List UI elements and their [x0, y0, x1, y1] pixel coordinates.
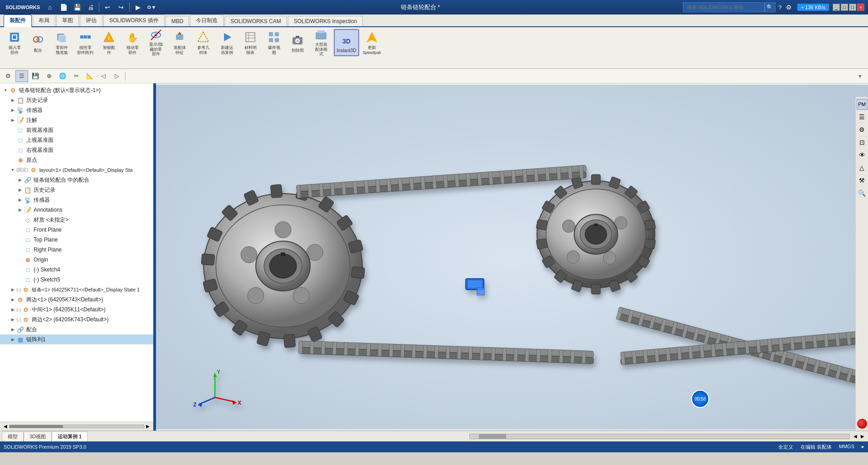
tree-expand-pattern1[interactable]: ▶ [9, 336, 16, 343]
add-ref-btn[interactable]: ⊕ [43, 70, 55, 82]
tree-expand-sensor2[interactable]: ▶ [16, 196, 24, 203]
tab-inspection[interactable]: SOLIDWORKS Inspection [288, 16, 363, 26]
tree-side1[interactable]: ▶ ⚙ 两边<1> (64205K743<Default>) [0, 295, 153, 305]
linear-pattern-button[interactable]: 线性零部件阵列 [74, 29, 96, 56]
config-manager-btn[interactable]: ⚙ [857, 124, 868, 135]
tree-right-plane[interactable]: ▶ □ 右视基准面 [0, 145, 153, 155]
tree-expand-chain-mate[interactable]: ▶ [16, 176, 24, 184]
tree-layout[interactable]: ▼ (固定) ⚙ layout<1> (Default<<Default>_Di… [0, 165, 153, 175]
tree-sketch5[interactable]: ▶ □ (-) Sketch5 [0, 275, 153, 285]
tree-right-plane2[interactable]: ▶ □ Right Plane [0, 245, 153, 255]
tree-expand-top-plane[interactable]: ▶ [9, 136, 16, 144]
maximize-button[interactable]: □ [849, 4, 856, 11]
tree-expand-sensor[interactable]: ▶ [9, 107, 16, 114]
hide-show-button[interactable]: 显示/隐藏的零部件 [145, 29, 167, 56]
tree-expand-chain1[interactable]: ▶ [9, 286, 16, 293]
minimize-button[interactable]: _ [833, 4, 840, 11]
filter-icon[interactable]: ▼ [854, 73, 866, 80]
tab-3dview[interactable]: 3D视图 [24, 431, 52, 441]
bottom-scrollbar[interactable] [469, 434, 850, 439]
tab-manufacturing[interactable]: 今日制造 [190, 15, 224, 26]
color-ball-btn[interactable] [857, 419, 867, 429]
tab-assembly[interactable]: 装配件 [4, 15, 32, 27]
insert-part-button[interactable]: 插入零部件 [4, 29, 25, 56]
tab-model[interactable]: 模型 [2, 431, 24, 441]
tree-expand-middle1[interactable]: ▶ [9, 306, 16, 313]
snapshot-button[interactable]: 拍快照 [287, 29, 308, 56]
bom-button[interactable]: 材料明细表 [239, 29, 261, 56]
tree-side2[interactable]: ▶ (-) ⚙ 两边<2> (64205K743<Default>) [0, 315, 153, 325]
move-component-button[interactable]: ✋ 移动零部件 [122, 29, 143, 56]
tree-expand-root[interactable]: ▼ [2, 87, 9, 94]
left-panel-toggle[interactable]: ⚙ [2, 70, 15, 82]
tree-history2[interactable]: ▶ 📋 历史记录 [0, 185, 153, 195]
explode-button[interactable]: 爆炸视图 [263, 29, 285, 56]
play-button[interactable]: ▶ [132, 1, 144, 13]
tab-sketch[interactable]: 草图 [56, 15, 79, 26]
save-button[interactable]: 💾 [71, 1, 83, 13]
tree-origin2[interactable]: ▶ ⊕ Origin [0, 255, 153, 265]
tree-root[interactable]: ▼ ⚙ 链条链轮配合 (默认<显示状态-1>) [0, 85, 153, 95]
speedpak-button[interactable]: 更新Speedpak [361, 29, 383, 56]
tree-top-plane2[interactable]: ▶ □ Top Plane [0, 235, 153, 245]
tree-expand-sketch5[interactable]: ▶ [16, 276, 24, 283]
tree-expand-right-plane[interactable]: ▶ [9, 146, 16, 154]
undo-button[interactable]: ↩ [101, 1, 114, 13]
tree-expand-origin[interactable]: ▶ [9, 156, 16, 164]
tree-expand-mate[interactable]: ▶ [9, 326, 16, 333]
panel-scrollbar[interactable] [9, 425, 144, 428]
tree-origin[interactable]: ▶ ⊕ 原点 [0, 155, 153, 165]
tree-expand-right-plane2[interactable]: ▶ [16, 246, 24, 253]
tree-middle1[interactable]: ▶ (-) ⚙ 中间<1> (64205K11<Default>) [0, 305, 153, 315]
feature-tree-btn[interactable]: ☰ [15, 70, 28, 82]
search-input[interactable] [683, 2, 765, 12]
close-button[interactable]: × [857, 4, 864, 11]
redo-button[interactable]: ↪ [115, 1, 127, 13]
tab-motion-study[interactable]: 运动算例 1 [52, 431, 88, 441]
inspection-btn[interactable]: 🔍 [857, 188, 868, 199]
tree-history[interactable]: ▶ 📋 历史记录 [0, 95, 153, 105]
scroll-right-btn[interactable]: ▶ [146, 424, 150, 429]
viewport[interactable]: 🔍 ⊕ 📐 □ ⬡ ⬡ 🎭 ⬡ 🌈 🎨 🖥 ◱ ◱ [156, 83, 868, 431]
display-manager-btn[interactable]: 👁 [857, 150, 868, 160]
property-manager-btn[interactable]: PM [857, 99, 868, 110]
reference-geometry-button[interactable]: 参考几何体 [192, 29, 214, 56]
help-button[interactable]: ? [775, 2, 785, 12]
component-preview-button[interactable]: 零部件预览集 [51, 29, 73, 56]
restore-button[interactable]: □ [841, 4, 848, 11]
scroll-left-arrow[interactable]: ◀ [852, 434, 859, 439]
print-button[interactable]: 🖨 [84, 1, 97, 13]
forward-btn[interactable]: ▷ [111, 70, 123, 82]
tree-material[interactable]: ▶ ◇ 材质 <未指定> [0, 215, 153, 225]
dim-xpert-btn[interactable]: ⊡ [857, 137, 868, 148]
search-button[interactable]: 🔍 [765, 2, 775, 12]
tree-expand-annotations2[interactable]: ▶ [16, 206, 24, 213]
back-btn[interactable]: ◁ [97, 70, 110, 82]
tree-expand-material[interactable]: ▶ [16, 216, 24, 223]
simulation-btn[interactable]: △ [857, 162, 868, 173]
tree-expand-history[interactable]: ▶ [9, 97, 16, 104]
tree-expand-annotation[interactable]: ▶ [9, 116, 16, 124]
save-panel-btn[interactable]: 💾 [29, 70, 42, 82]
tree-expand-top-plane2[interactable]: ▶ [16, 236, 24, 243]
smart-mate-button[interactable]: i 智能配件 [98, 29, 120, 56]
ruler-btn[interactable]: 📐 [83, 70, 96, 82]
scissors-btn[interactable]: ✂ [70, 70, 83, 82]
tab-evaluate[interactable]: 评估 [80, 15, 102, 26]
tree-sensor[interactable]: ▶ 📡 传感器 [0, 105, 153, 115]
options-button[interactable]: ⚙▼ [145, 1, 158, 13]
mate-button[interactable]: 配合 [27, 29, 49, 56]
tree-expand-front-plane2[interactable]: ▶ [16, 226, 24, 233]
tree-pattern1[interactable]: ▶ ▦ 链阵列1 [0, 334, 153, 344]
tree-expand-side1[interactable]: ▶ [9, 296, 16, 303]
large-assembly-button[interactable]: 大型装配体模式 [310, 29, 332, 56]
tree-sensor2[interactable]: ▶ 📡 传感器 [0, 195, 153, 205]
tree-top-plane[interactable]: ▶ □ 上视基准面 [0, 135, 153, 145]
status-arrow[interactable]: ▸ [862, 444, 864, 450]
feature-manager-btn[interactable]: ☰ [857, 111, 868, 122]
tree-annotation[interactable]: ▶ 📝 注解 [0, 115, 153, 125]
tree-expand-side2[interactable]: ▶ [9, 316, 16, 323]
settings-button[interactable]: ⚙ [785, 2, 794, 12]
new-motion-button[interactable]: 新建运动算例 [216, 29, 238, 56]
tab-solidworks-plugins[interactable]: SOLIDWORKS 插件 [103, 15, 165, 26]
